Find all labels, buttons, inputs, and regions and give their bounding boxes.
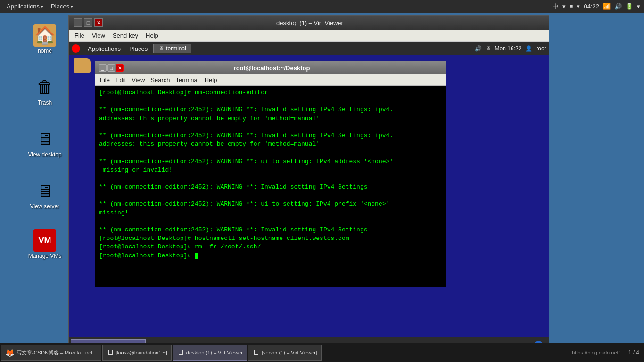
desktop: 🏠 home 🗑 Trash 🖥 View desktop 🖥 View ser… — [0, 13, 644, 343]
taskbar-item-firefox[interactable]: 🦊 写文章-CSDN博客 – Mozilla Firef... — [1, 345, 101, 361]
host-taskbar: 🦊 写文章-CSDN博客 – Mozilla Firef... 🖥 [kiosk… — [0, 343, 644, 362]
vm-topbar-right: 🔊 🖥 Mon 16:22 👤 root — [475, 45, 546, 52]
manage-vms-icon: VM — [33, 229, 56, 252]
top-bar-arrow: ▾ — [562, 3, 566, 10]
terminal-terminal-menu[interactable]: Terminal — [173, 75, 202, 84]
vm-user-icon: 👤 — [525, 45, 532, 52]
terminal-line-17: ** (nm-connection-editor:2452): WARNING … — [99, 226, 442, 234]
terminal-line-19: [root@localhost Desktop]# rm -fr /root/.… — [99, 243, 442, 251]
vm-screen: Applications Places 🖥 terminal 🔊 🖥 Mon 1… — [69, 42, 549, 354]
terminal-line-1: [root@localhost Desktop]# nm-connection-… — [99, 89, 442, 97]
vm-folder-icon — [74, 58, 91, 73]
terminal-line-16 — [99, 217, 442, 226]
top-system-bar: Applications ▾ Places ▾ 中 ▾ ≡ ▾ 04:22 📶 … — [0, 0, 644, 13]
places-menu[interactable]: Places ▾ — [48, 3, 76, 10]
vm-terminal-label: terminal — [166, 45, 186, 52]
kiosk-icon: 🖥 — [107, 348, 114, 357]
vm-active-window-btn[interactable]: 🖥 terminal — [153, 44, 191, 53]
home-label: home — [38, 48, 52, 54]
applications-label: Applications — [7, 3, 40, 10]
terminal-line-15: missing! — [99, 209, 442, 217]
virt-viewer-title: desktop (1) – Virt Viewer — [103, 19, 517, 26]
trash-icon: 🗑 — [33, 76, 56, 99]
terminal-search-menu[interactable]: Search — [148, 75, 173, 84]
terminal-line-20: [root@localhost Desktop]# — [99, 252, 442, 260]
terminal-line-7: addresses: this property cannot be empty… — [99, 140, 442, 148]
vm-user-label: root — [536, 45, 546, 52]
vm-screen-icon: 🖥 — [486, 45, 491, 52]
vm-places-menu[interactable]: Places — [126, 44, 150, 53]
virt-viewer-view-menu[interactable]: View — [88, 31, 109, 40]
terminal-icon-small: 🖥 — [158, 45, 164, 52]
view-desktop-label: View desktop — [28, 151, 61, 158]
terminal-line-3: ** (nm-connection-editor:2452): WARNING … — [99, 106, 442, 114]
view-desktop-icon: 🖥 — [33, 128, 56, 150]
desktop-icon-view-desktop[interactable]: 🖥 View desktop — [26, 126, 64, 160]
applications-arrow: ▾ — [41, 4, 43, 9]
terminal-line-5 — [99, 123, 442, 132]
battery-icon: 🔋 — [626, 3, 633, 10]
taskbar-url: https://blog.csdn.net/ — [568, 350, 624, 355]
wifi-icon: 📶 — [603, 3, 611, 10]
virt-viewer-window-controls: _ □ ✕ — [73, 18, 103, 27]
terminal-line-11 — [99, 174, 442, 183]
virt-viewer-close-button[interactable]: ✕ — [94, 18, 103, 27]
menu-icon: ≡ — [570, 3, 573, 10]
virt-viewer-server-icon: 🖥 — [252, 348, 260, 357]
vm-gnome-logo — [72, 44, 80, 53]
terminal-close-button[interactable]: ✕ — [116, 64, 124, 72]
virt-viewer-sendkey-menu[interactable]: Send key — [109, 31, 142, 40]
desktop-icon-view-server[interactable]: 🖥 View server — [26, 178, 64, 212]
terminal-line-12: ** (nm-connection-editor:2452): WARNING … — [99, 183, 442, 191]
terminal-titlebar: _ □ ✕ root@localhost:~/Desktop — [95, 61, 446, 74]
terminal-cursor — [195, 253, 198, 259]
desktop-icon-manage-vms[interactable]: VM Manage VMs — [26, 227, 64, 261]
terminal-title: root@localhost:~/Desktop — [124, 65, 420, 72]
virt-viewer-file-menu[interactable]: File — [71, 31, 88, 40]
terminal-line-8 — [99, 148, 442, 157]
virt-viewer-window: _ □ ✕ desktop (1) – Virt Viewer File Vie… — [68, 15, 549, 354]
terminal-window-controls: _ □ ✕ — [98, 64, 124, 72]
taskbar-item-virt-viewer-desktop[interactable]: 🖥 desktop (1) – Virt Viewer — [173, 345, 247, 361]
virt-viewer-maximize-button[interactable]: □ — [84, 18, 92, 27]
virt-viewer-minimize-button[interactable]: _ — [74, 18, 82, 27]
terminal-line-6: ** (nm-connection-editor:2452): WARNING … — [99, 132, 442, 140]
top-bar-right: 中 ▾ ≡ ▾ 04:22 📶 🔊 🔋 ▾ — [553, 2, 640, 11]
terminal-view-menu[interactable]: View — [129, 75, 148, 84]
taskbar-item-virt-viewer-server[interactable]: 🖥 [server (1) – Virt Viewer] — [248, 345, 322, 361]
view-server-label: View server — [30, 203, 59, 210]
terminal-menubar: File Edit View Search Terminal Help — [95, 74, 446, 86]
places-label: Places — [51, 3, 69, 10]
vm-volume-icon: 🔊 — [475, 45, 482, 52]
terminal-minimize-button[interactable]: _ — [99, 64, 107, 72]
virt-viewer-menubar: File View Send key Help — [69, 30, 549, 42]
taskbar-page: 1 / 4 — [625, 349, 643, 356]
terminal-line-13 — [99, 191, 442, 200]
desktop-icon-trash[interactable]: 🗑 Trash — [26, 74, 64, 108]
virt-viewer-help-menu[interactable]: Help — [142, 31, 162, 40]
terminal-edit-menu[interactable]: Edit — [113, 75, 129, 84]
taskbar-item-kiosk[interactable]: 🖥 [kiosk@foundation1:~] — [102, 345, 172, 361]
vm-places-label: Places — [129, 45, 148, 52]
desktop-icon-home[interactable]: 🏠 home — [26, 22, 64, 56]
firefox-icon: 🦊 — [5, 348, 15, 357]
terminal-help-menu[interactable]: Help — [202, 75, 220, 84]
terminal-body[interactable]: [root@localhost Desktop]# nm-connection-… — [95, 86, 446, 287]
terminal-line-18: [root@localhost Desktop]# hostnamectl se… — [99, 234, 442, 243]
applications-menu[interactable]: Applications ▾ — [4, 3, 46, 10]
virt-viewer-titlebar: _ □ ✕ desktop (1) – Virt Viewer — [69, 16, 549, 30]
top-bar-arrow2: ▾ — [577, 3, 580, 10]
vm-applications-menu[interactable]: Applications — [85, 44, 124, 53]
terminal-line-9: ** (nm-connection-editor:2452): WARNING … — [99, 157, 442, 166]
view-server-icon: 🖥 — [33, 180, 56, 202]
manage-vms-label: Manage VMs — [28, 253, 62, 259]
clock: 04:22 — [584, 3, 599, 10]
vm-time: Mon 16:22 — [495, 45, 522, 52]
terminal-file-menu[interactable]: File — [97, 75, 113, 84]
terminal-maximize-button[interactable]: □ — [107, 64, 115, 72]
terminal-window: _ □ ✕ root@localhost:~/Desktop File Edit… — [95, 61, 446, 287]
top-bar-left: Applications ▾ Places ▾ — [4, 3, 76, 10]
places-arrow: ▾ — [71, 4, 73, 9]
taskbar-firefox-label: 写文章-CSDN博客 – Mozilla Firef... — [17, 349, 97, 356]
vm-applications-label: Applications — [88, 45, 121, 52]
